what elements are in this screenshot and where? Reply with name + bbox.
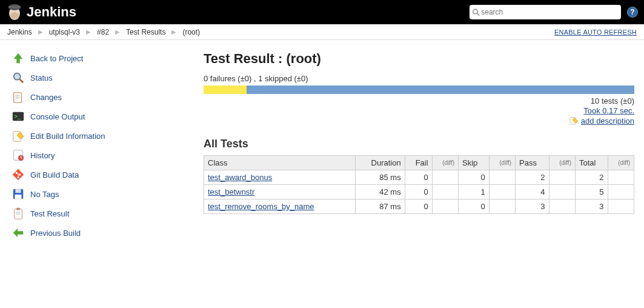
- col-skip-diff[interactable]: (diff): [489, 156, 515, 170]
- sidebar-item-label[interactable]: Console Output: [30, 112, 85, 121]
- svg-point-6: [14, 73, 21, 80]
- sidebar-item-label[interactable]: History: [30, 151, 55, 160]
- chevron-right-icon: ▶: [38, 28, 43, 35]
- cell-fail: 0: [405, 199, 432, 214]
- cell-total: 5: [575, 185, 608, 199]
- sidebar-item-changes[interactable]: Changes: [11, 87, 189, 107]
- col-skip[interactable]: Skip: [459, 156, 490, 170]
- cell-pass: 3: [516, 199, 549, 214]
- svg-line-7: [20, 79, 24, 83]
- cell-fail-diff: [432, 199, 458, 214]
- jenkins-head-icon: [6, 2, 23, 22]
- cell-skip-diff: [489, 199, 515, 214]
- class-link[interactable]: test_award_bonus: [208, 173, 272, 182]
- sidebar-item-back[interactable]: Back to Project: [11, 49, 189, 68]
- col-pass[interactable]: Pass: [516, 156, 549, 170]
- search-icon: [472, 8, 480, 16]
- cell-total-diff: [608, 199, 634, 214]
- crumb-build[interactable]: #82: [97, 28, 109, 36]
- svg-text:>_: >_: [15, 113, 21, 119]
- terminal-icon: >_: [11, 109, 25, 124]
- cell-duration: 85 ms: [355, 170, 405, 185]
- chevron-right-icon: ▶: [115, 28, 120, 35]
- crumb-root[interactable]: (root): [182, 28, 200, 36]
- crumb-job[interactable]: utplsql-v3: [49, 28, 80, 36]
- magnifier-icon: [11, 70, 25, 85]
- sidebar-item-tags[interactable]: No Tags: [11, 184, 189, 204]
- up-arrow-icon: [11, 51, 25, 65]
- took-link[interactable]: Took 0.17 sec.: [583, 106, 634, 115]
- sidebar-item-status[interactable]: Status: [11, 68, 189, 87]
- svg-point-3: [10, 12, 19, 19]
- chevron-right-icon: ▶: [86, 28, 91, 35]
- cell-fail: 0: [405, 170, 432, 185]
- col-duration[interactable]: Duration: [355, 156, 405, 170]
- sidebar-item-label[interactable]: No Tags: [30, 190, 59, 199]
- sidebar-item-git[interactable]: Git Build Data: [11, 165, 189, 184]
- search-box[interactable]: [470, 5, 621, 19]
- cell-fail-diff: [432, 170, 458, 185]
- svg-rect-8: [14, 93, 22, 103]
- breadcrumb: Jenkins ▶ utplsql-v3 ▶ #82 ▶ Test Result…: [0, 24, 644, 40]
- crumb-jenkins[interactable]: Jenkins: [7, 28, 32, 36]
- notepad-icon: [11, 90, 25, 104]
- help-icon[interactable]: ?: [627, 7, 638, 18]
- cell-fail: 0: [405, 185, 432, 199]
- jenkins-logo[interactable]: Jenkins: [6, 2, 76, 22]
- svg-rect-24: [15, 195, 22, 199]
- class-link[interactable]: test_remove_rooms_by_name: [208, 202, 314, 211]
- cell-skip: 1: [459, 185, 490, 199]
- history-icon: [11, 148, 25, 162]
- cell-fail-diff: [432, 185, 458, 199]
- cell-total: 2: [575, 170, 608, 185]
- sidebar-item-edit-build[interactable]: Edit Build Information: [11, 126, 189, 146]
- sidebar-item-label[interactable]: Edit Build Information: [30, 132, 105, 141]
- cell-pass-diff: [549, 185, 575, 199]
- col-fail-diff[interactable]: (diff): [432, 156, 458, 170]
- notepad-pencil-icon: [11, 129, 25, 143]
- col-total[interactable]: Total: [575, 156, 608, 170]
- sidebar-item-label[interactable]: Back to Project: [30, 54, 83, 63]
- health-bar: [204, 85, 634, 94]
- cell-skip: 0: [459, 199, 490, 214]
- cell-skip: 0: [459, 170, 490, 185]
- sidebar-item-label[interactable]: Status: [30, 73, 53, 82]
- sidebar-item-history[interactable]: History: [11, 146, 189, 165]
- add-description-link[interactable]: add description: [581, 116, 634, 126]
- cell-pass: 2: [516, 170, 549, 185]
- col-fail[interactable]: Fail: [405, 156, 432, 170]
- main-panel: Test Result : (root) 0 failures (±0) , 1…: [194, 40, 644, 295]
- col-class[interactable]: Class: [204, 156, 356, 170]
- sidebar-item-previous-build[interactable]: Previous Build: [11, 223, 189, 243]
- save-icon: [11, 187, 25, 201]
- cell-skip-diff: [489, 170, 515, 185]
- sidebar-item-label[interactable]: Test Result: [30, 209, 69, 218]
- cell-duration: 87 ms: [355, 199, 405, 214]
- tests-table: Class Duration Fail (diff) Skip (diff) P…: [204, 155, 634, 214]
- left-arrow-icon: [11, 226, 25, 240]
- col-pass-diff[interactable]: (diff): [549, 156, 575, 170]
- sidebar-item-label[interactable]: Previous Build: [30, 229, 81, 238]
- table-row: test_remove_rooms_by_name87 ms0033: [204, 199, 634, 214]
- cell-pass-diff: [549, 170, 575, 185]
- cell-duration: 42 ms: [355, 185, 405, 199]
- col-total-diff[interactable]: (diff): [608, 156, 634, 170]
- crumb-test-results[interactable]: Test Results: [126, 28, 165, 36]
- cell-total-diff: [608, 185, 634, 199]
- sidebar-item-label[interactable]: Git Build Data: [30, 170, 79, 179]
- notepad-pencil-icon: [569, 116, 579, 126]
- enable-auto-refresh-link[interactable]: ENABLE AUTO REFRESH: [554, 28, 637, 36]
- test-summary: 0 failures (±0) , 1 skipped (±0): [204, 74, 634, 83]
- class-link[interactable]: test_betwnstr: [208, 187, 254, 196]
- search-input[interactable]: [480, 8, 619, 16]
- cell-pass: 4: [516, 185, 549, 199]
- page-title: Test Result : (root): [204, 51, 634, 67]
- health-bar-skipped: [204, 85, 247, 94]
- sidebar-item-console[interactable]: >_ Console Output: [11, 107, 189, 126]
- cell-skip-diff: [489, 185, 515, 199]
- cell-total: 3: [575, 199, 608, 214]
- git-icon: [11, 167, 25, 182]
- sidebar-item-label[interactable]: Changes: [30, 93, 62, 102]
- sidebar-item-test-result[interactable]: Test Result: [11, 204, 189, 223]
- svg-point-4: [473, 9, 478, 14]
